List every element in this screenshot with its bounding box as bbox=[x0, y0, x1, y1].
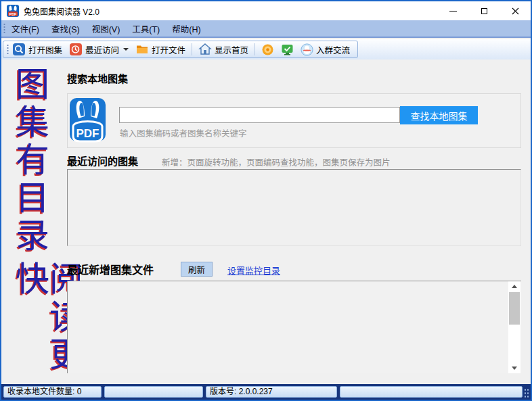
menu-bar: 文件(F) 查找(S) 视图(V) 工具(T) 帮助(H) bbox=[1, 20, 531, 38]
toolbar-group: 打开图集 最近访问 打开文件 bbox=[3, 41, 358, 58]
arrow-up-icon bbox=[512, 285, 517, 288]
svg-text:PDF: PDF bbox=[9, 12, 17, 16]
minimize-button[interactable] bbox=[437, 1, 468, 20]
recent-section-note: 新增：页面旋转功能，页面编码查找功能，图集页保存为图片 bbox=[162, 156, 391, 168]
recent-clock-icon bbox=[69, 43, 83, 56]
maximize-button[interactable] bbox=[468, 1, 500, 20]
open-file-button[interactable]: 打开文件 bbox=[132, 41, 189, 57]
open-album-label: 打开图集 bbox=[28, 43, 62, 56]
app-window: PDF 兔兔图集阅读器 V2.0 文件(F) 查找(S) 视图(V) 工具(T)… bbox=[0, 0, 532, 401]
open-file-label: 打开文件 bbox=[152, 43, 185, 56]
close-icon bbox=[512, 7, 519, 15]
refresh-button[interactable]: 刷新 bbox=[181, 262, 213, 277]
scroll-up-button[interactable] bbox=[508, 281, 520, 291]
rabbit-pdf-icon: PDF bbox=[70, 98, 106, 143]
vertical-scrollbar[interactable] bbox=[508, 281, 520, 373]
show-home-label: 显示首页 bbox=[215, 43, 248, 56]
recent-section-heading: 最近访问的图集 bbox=[67, 154, 138, 168]
menu-help[interactable]: 帮助(H) bbox=[166, 20, 206, 38]
main-content: 图集有目录 阅读更快 搜索本地图集 PDF 查找本地图集 输入图集编码或者图集名… bbox=[1, 60, 531, 384]
status-panel-empty-1 bbox=[104, 386, 203, 398]
window-title: 兔兔图集阅读器 V2.0 bbox=[24, 5, 99, 17]
home-icon bbox=[198, 43, 212, 56]
menu-file[interactable]: 文件(F) bbox=[5, 20, 45, 38]
status-file-count: 收录本地文件数量: 0 bbox=[3, 386, 102, 398]
sidebar-slogan-line1: 图集有目录 bbox=[12, 66, 46, 269]
resize-grip[interactable] bbox=[524, 388, 529, 398]
status-bar: 收录本地文件数量: 0 版本号: 2.0.0.237 bbox=[1, 384, 531, 400]
toolbar-separator bbox=[192, 43, 192, 55]
recent-visit-label: 最近访问 bbox=[85, 43, 119, 56]
folder-icon bbox=[135, 43, 149, 56]
status-panel-empty-2 bbox=[340, 386, 523, 398]
recent-albums-list bbox=[67, 169, 521, 246]
open-album-button[interactable]: 打开图集 bbox=[9, 41, 66, 57]
maximize-icon bbox=[481, 8, 487, 14]
minimize-icon bbox=[449, 11, 457, 11]
arrow-down-icon bbox=[512, 367, 517, 370]
search-section-heading: 搜索本地图集 bbox=[67, 71, 128, 85]
set-monitor-dir-link[interactable]: 设置监控目录 bbox=[227, 264, 280, 277]
title-bar: PDF 兔兔图集阅读器 V2.0 bbox=[1, 1, 531, 20]
search-input[interactable] bbox=[119, 107, 400, 123]
window-controls bbox=[437, 1, 531, 20]
menu-tools[interactable]: 工具(T) bbox=[126, 20, 166, 38]
show-home-button[interactable]: 显示首页 bbox=[195, 41, 252, 57]
badge-icon bbox=[261, 43, 274, 56]
search-hint-text: 输入图集编码或者图集名称关键字 bbox=[120, 126, 247, 139]
join-group-button[interactable]: 入群交流 bbox=[297, 42, 353, 57]
magnifier-icon bbox=[12, 43, 26, 56]
scroll-down-button[interactable] bbox=[508, 363, 520, 373]
new-files-heading: 最近新增图集文件 bbox=[67, 261, 154, 277]
toolbar-separator bbox=[254, 43, 255, 55]
menu-search[interactable]: 查找(S) bbox=[45, 20, 86, 38]
tool-bar: 打开图集 最近访问 打开文件 bbox=[1, 39, 531, 60]
scrollbar-thumb[interactable] bbox=[509, 292, 520, 325]
search-local-button[interactable]: 查找本地图集 bbox=[400, 106, 478, 124]
close-button[interactable] bbox=[500, 1, 531, 20]
qq-penguin-icon bbox=[301, 43, 313, 56]
join-group-label: 入群交流 bbox=[316, 43, 350, 56]
app-logo-icon: PDF bbox=[7, 5, 19, 17]
badge-button[interactable] bbox=[258, 42, 278, 57]
monitor-check-icon bbox=[281, 43, 294, 56]
status-version: 版本号: 2.0.0.237 bbox=[206, 386, 337, 398]
new-files-list bbox=[67, 281, 521, 373]
menu-view[interactable]: 视图(V) bbox=[86, 20, 127, 38]
search-panel: PDF 查找本地图集 输入图集编码或者图集名称关键字 bbox=[67, 93, 521, 148]
svg-text:PDF: PDF bbox=[76, 127, 99, 140]
recent-visit-button[interactable]: 最近访问 bbox=[66, 41, 132, 57]
update-check-button[interactable] bbox=[278, 42, 297, 57]
chevron-down-icon bbox=[123, 48, 129, 51]
